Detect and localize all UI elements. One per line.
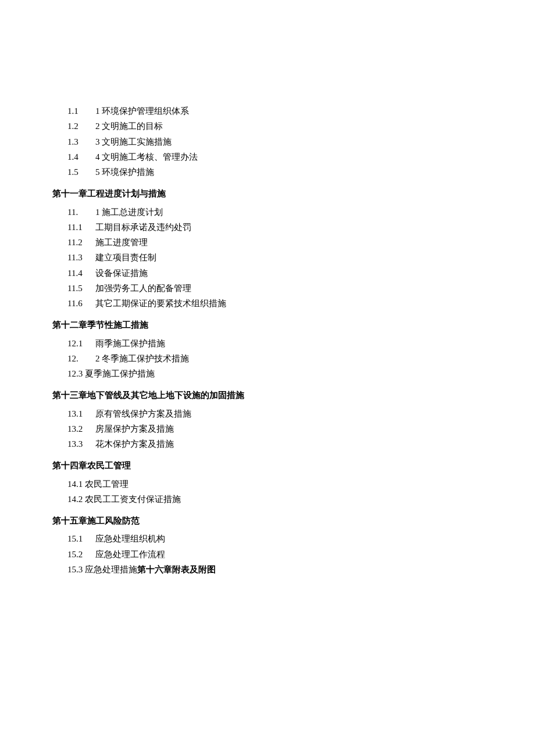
toc-item: 1.2 2 文明施工的目标 [52, 120, 483, 133]
toc-number: 13.3 [67, 438, 95, 451]
document-content: 1.1 1 环境保护管理组织体系 1.2 2 文明施工的目标 1.3 3 文明施… [52, 105, 483, 576]
toc-label: 房屋保护方案及措施 [95, 422, 174, 436]
chapter-15-heading: 第十五章施工风险防范 [52, 514, 483, 528]
toc-item: 11. 1 施工总进度计划 [52, 206, 483, 219]
toc-label: 农民工管理 [85, 479, 129, 489]
toc-item: 11.2 施工进度管理 [52, 236, 483, 249]
toc-item: 1.4 4 文明施工考核、管理办法 [52, 151, 483, 164]
toc-number: 14.1 [67, 479, 83, 489]
toc-item: 12.1 雨季施工保护措施 [52, 337, 483, 350]
toc-number: 1.1 [67, 105, 95, 118]
toc-item: 13.2 房屋保护方案及措施 [52, 422, 483, 436]
chapter-16-inline: 第十六章附表及附图 [137, 565, 216, 574]
toc-item: 13.3 花木保护方案及措施 [52, 438, 483, 451]
toc-number: 1.3 [67, 135, 95, 149]
toc-number: 11.2 [67, 236, 95, 249]
toc-item: 12.3 夏季施工保护措施 [52, 367, 483, 381]
toc-item: 12. 2 冬季施工保护技术措施 [52, 352, 483, 366]
toc-number: 1.5 [67, 166, 95, 179]
toc-number: 13.2 [67, 422, 95, 436]
toc-label: 应急处理工作流程 [95, 548, 165, 561]
toc-number: 14.2 [67, 495, 83, 504]
toc-label: 建立项目责任制 [95, 251, 156, 264]
toc-label: 设备保证措施 [95, 267, 148, 280]
toc-number: 13.1 [67, 407, 95, 421]
toc-number: 11.5 [67, 282, 95, 295]
toc-item: 11.5 加强劳务工人的配备管理 [52, 282, 483, 295]
toc-item: 1.5 5 环境保护措施 [52, 166, 483, 179]
toc-number: 15.1 [67, 532, 95, 546]
toc-item: 14.2 农民工工资支付保证措施 [52, 493, 483, 506]
toc-label: 加强劳务工人的配备管理 [95, 282, 191, 295]
toc-item: 11.3 建立项目责任制 [52, 251, 483, 264]
toc-number: 15.2 [67, 548, 95, 561]
toc-number: 12.1 [67, 337, 95, 350]
toc-label: 应急处理组织机构 [95, 532, 165, 546]
toc-item: 1.1 1 环境保护管理组织体系 [52, 105, 483, 118]
toc-number: 1.4 [67, 151, 95, 164]
toc-label: 原有管线保护方案及措施 [95, 407, 191, 421]
toc-label: 应急处理措施 [85, 565, 137, 574]
chapter-13-heading: 第十三章地下管线及其它地上地下设施的加固措施 [52, 389, 483, 402]
toc-item: 11.1 工期目标承诺及违约处罚 [52, 221, 483, 234]
toc-item: 13.1 原有管线保护方案及措施 [52, 407, 483, 421]
toc-item: 15.2 应急处理工作流程 [52, 548, 483, 561]
chapter-14-heading: 第十四章农民工管理 [52, 459, 483, 472]
chapter-12-heading: 第十二章季节性施工措施 [52, 318, 483, 332]
toc-item: 15.1 应急处理组织机构 [52, 532, 483, 546]
toc-number: 11.4 [67, 267, 95, 280]
toc-label: 5 环境保护措施 [95, 166, 154, 179]
toc-item: 1.3 3 文明施工实施措施 [52, 135, 483, 149]
toc-number: 11.3 [67, 251, 95, 264]
toc-label: 1 环境保护管理组织体系 [95, 105, 189, 118]
toc-label: 花木保护方案及措施 [95, 438, 174, 451]
toc-label: 夏季施工保护措施 [85, 369, 155, 378]
toc-label: 其它工期保证的要紧技术组织措施 [95, 297, 226, 310]
toc-item-last: 15.3 应急处理措施第十六章附表及附图 [52, 563, 483, 576]
toc-label: 农民工工资支付保证措施 [85, 495, 181, 504]
toc-label: 2 文明施工的目标 [95, 120, 163, 133]
toc-label: 工期目标承诺及违约处罚 [95, 221, 191, 234]
toc-label: 雨季施工保护措施 [95, 337, 165, 350]
toc-number: 12. [67, 352, 95, 366]
toc-number: 1.2 [67, 120, 95, 133]
toc-item: 11.4 设备保证措施 [52, 267, 483, 280]
toc-label: 3 文明施工实施措施 [95, 135, 172, 149]
toc-number: 15.3 [67, 565, 83, 574]
toc-label: 2 冬季施工保护技术措施 [95, 352, 189, 366]
toc-item: 11.6 其它工期保证的要紧技术组织措施 [52, 297, 483, 310]
toc-item: 14.1 农民工管理 [52, 478, 483, 491]
toc-number: 12.3 [67, 369, 83, 378]
toc-number: 11.1 [67, 221, 95, 234]
toc-label: 1 施工总进度计划 [95, 206, 163, 219]
toc-number: 11.6 [67, 297, 95, 310]
toc-label: 施工进度管理 [95, 236, 148, 249]
chapter-11-heading: 第十一章工程进度计划与措施 [52, 187, 483, 200]
toc-number: 11. [67, 206, 95, 219]
toc-label: 4 文明施工考核、管理办法 [95, 151, 198, 164]
